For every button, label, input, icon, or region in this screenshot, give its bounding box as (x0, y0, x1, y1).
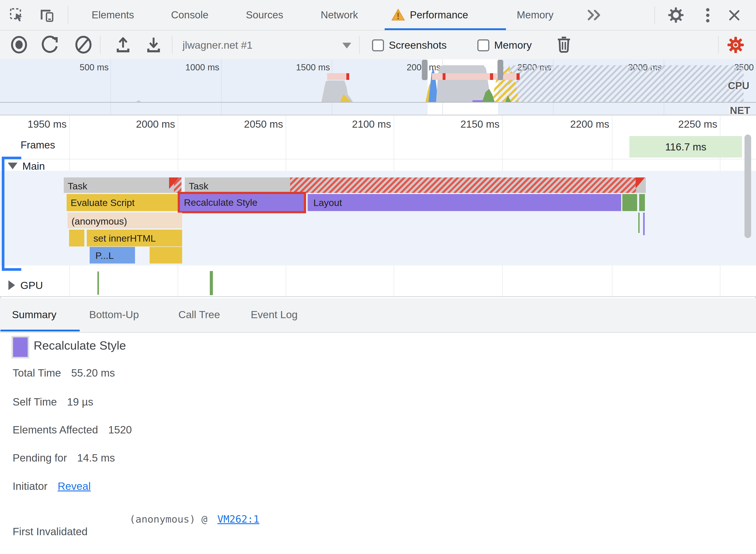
recalculate-style-label: Recalculate Style (184, 197, 257, 208)
evaluate-script-bar[interactable]: Evaluate Script (67, 194, 178, 211)
gpu-track-toggle[interactable]: GPU (8, 280, 43, 290)
main-track-region: Task Task Evaluate Script Recalculate St… (0, 171, 756, 266)
ruler-tick: 2200 ms (556, 118, 609, 130)
anonymous-bar[interactable]: (anonymous) (67, 213, 182, 228)
paint-bar[interactable] (622, 194, 637, 211)
active-details-tab-underline (0, 330, 80, 331)
task-bar-2[interactable]: Task (185, 177, 646, 193)
task-bar-2-label: Task (189, 181, 208, 191)
tab-console[interactable]: Console (171, 0, 209, 30)
elements-affected-row: Elements Affected1520 (13, 424, 132, 436)
first-invalidated-label: First Invalidated (13, 525, 88, 538)
tab-event-log[interactable]: Event Log (251, 298, 298, 331)
net-track-label: NET (730, 104, 750, 116)
screenshots-label: Screenshots (389, 39, 447, 51)
tab-call-tree[interactable]: Call Tree (178, 298, 220, 331)
tiny-purple-event[interactable] (643, 213, 645, 235)
parse-html-label: P...L (95, 250, 114, 261)
warning-icon (391, 8, 405, 21)
tabbar-divider-2 (654, 6, 655, 24)
stack-trace-line: (anonymous) @ VM262:1 (129, 513, 259, 525)
main-track-label: Main (22, 160, 45, 172)
gpu-activity-mark[interactable] (210, 271, 213, 295)
frames-track-label[interactable]: Frames (20, 139, 55, 151)
self-time-label: Self Time (13, 396, 57, 408)
selection-left-handle[interactable] (422, 60, 428, 80)
ruler-tick: 2250 ms (664, 118, 717, 130)
total-time-row: Total Time55.20 ms (13, 367, 115, 379)
inspect-element-icon[interactable] (9, 7, 25, 23)
long-task-corner (636, 177, 645, 188)
download-profile-icon[interactable] (144, 36, 163, 54)
memory-checkbox[interactable] (477, 39, 489, 51)
tab-network-label: Network (321, 9, 358, 21)
tab-network[interactable]: Network (321, 0, 358, 30)
toolbar-divider-2 (172, 36, 172, 54)
vertical-scrollbar[interactable] (745, 134, 751, 238)
devtools-tabbar: Elements Console Sources Network Perform… (0, 0, 756, 31)
reload-record-icon[interactable] (41, 36, 61, 54)
record-icon[interactable] (10, 36, 28, 54)
close-icon[interactable] (726, 7, 743, 23)
gpu-track-label: GPU (20, 279, 43, 291)
selection-right-handle[interactable] (497, 60, 503, 80)
cpu-net-divider (0, 102, 756, 103)
script-call-bar[interactable] (69, 230, 84, 246)
stack-function-name: (anonymous) @ (129, 513, 207, 525)
main-track-toggle[interactable]: Main (8, 161, 45, 171)
task-bar-1-label: Task (68, 181, 87, 191)
frame-duration-badge[interactable]: 116.7 ms (630, 136, 742, 158)
task-bar-1[interactable]: Task (64, 177, 181, 193)
total-time-value: 55.20 ms (71, 367, 115, 379)
capture-settings-gear-icon[interactable] (727, 36, 745, 54)
tab-elements[interactable]: Elements (92, 0, 134, 30)
tab-call-tree-label: Call Tree (178, 309, 220, 321)
tiny-green-event[interactable] (638, 213, 640, 233)
profile-select[interactable]: jlwagner.net #1 (182, 39, 253, 51)
tab-summary[interactable]: Summary (12, 298, 56, 331)
tab-bottom-up[interactable]: Bottom-Up (89, 298, 139, 331)
initiator-label: Initiator (13, 480, 47, 492)
tab-memory[interactable]: Memory (517, 0, 553, 30)
more-tabs-icon[interactable] (584, 8, 604, 22)
clear-icon[interactable] (73, 36, 93, 54)
layout-bar[interactable]: Layout (308, 194, 621, 211)
devtools-window: Elements Console Sources Network Perform… (0, 0, 756, 554)
self-time-value: 19 µs (67, 396, 93, 408)
long-task-indicator (432, 73, 497, 80)
recalculate-style-bar-selected[interactable]: Recalculate Style (178, 192, 306, 213)
kebab-menu-icon[interactable] (701, 7, 714, 23)
pending-for-label: Pending for (13, 452, 67, 464)
tab-bottom-up-label: Bottom-Up (89, 309, 139, 321)
tab-sources[interactable]: Sources (246, 0, 283, 30)
tabbar-divider (68, 6, 68, 24)
toolbar-divider-4 (718, 36, 718, 54)
profile-caret-icon[interactable] (342, 43, 351, 48)
upload-profile-icon[interactable] (114, 36, 132, 54)
timeline-overview[interactable]: 500 ms 1000 ms 1500 ms 2000 ms 2500 ms 3… (0, 59, 756, 115)
device-toolbar-icon[interactable] (39, 7, 57, 23)
gpu-activity-mark[interactable] (97, 272, 99, 295)
ruler-tick: 2150 ms (446, 118, 499, 130)
pending-for-row: Pending for14.5 ms (13, 452, 115, 464)
expand-triangle-icon (8, 280, 15, 290)
elements-affected-label: Elements Affected (13, 424, 98, 436)
evaluate-script-label: Evaluate Script (70, 197, 134, 208)
tab-sources-label: Sources (246, 9, 283, 21)
paint-bar-small[interactable] (639, 194, 645, 211)
screenshots-checkbox[interactable] (372, 39, 384, 51)
set-innerhtml-bar[interactable]: set innerHTML (87, 230, 182, 246)
initiator-reveal-link[interactable]: Reveal (58, 480, 91, 492)
long-task-indicator (327, 73, 349, 80)
script-call-bar-2[interactable] (150, 247, 182, 264)
flame-chart[interactable]: 1950 ms 2000 ms 2050 ms 2100 ms 2150 ms … (0, 115, 756, 296)
flame-bottom-separator (0, 296, 756, 297)
stack-source-link[interactable]: VM262:1 (217, 513, 259, 525)
settings-gear-icon[interactable] (667, 7, 685, 23)
memory-checkbox-label: Memory (494, 39, 532, 51)
cpu-track-label: CPU (728, 80, 749, 92)
trash-icon[interactable] (555, 36, 573, 54)
total-time-label: Total Time (13, 367, 61, 379)
parse-html-bar[interactable]: P...L (90, 247, 135, 264)
tab-performance[interactable]: Performance (391, 0, 468, 30)
